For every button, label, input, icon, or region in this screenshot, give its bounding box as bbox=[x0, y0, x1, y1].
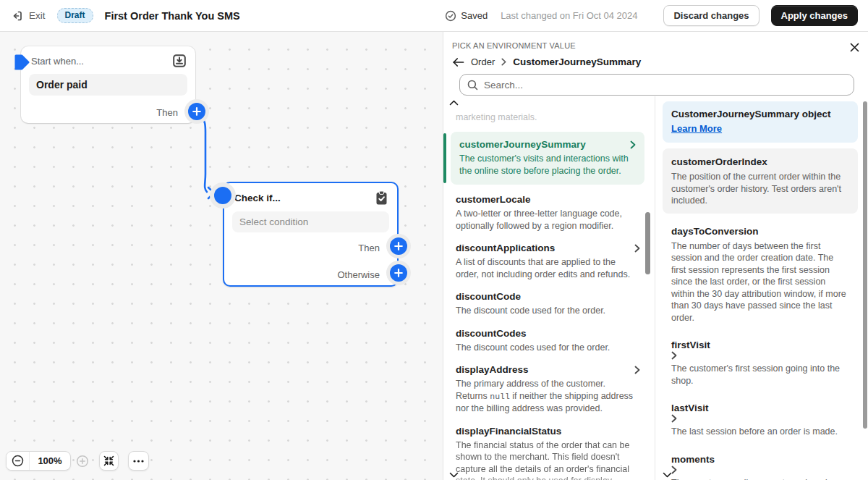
item-name: displayFinancialStatus bbox=[456, 426, 561, 437]
object-field-item[interactable]: daysToConversionThe number of days betwe… bbox=[663, 218, 858, 331]
start-marker-icon bbox=[14, 54, 30, 70]
env-value-item[interactable]: discountCodeThe discount code used for t… bbox=[456, 291, 640, 317]
add-otherwise-branch-button[interactable] bbox=[390, 264, 407, 282]
saved-label: Saved bbox=[461, 10, 488, 21]
trigger-import-icon bbox=[172, 54, 187, 68]
scroll-down-icon[interactable] bbox=[663, 472, 672, 478]
item-description: The primary address of the customer. Ret… bbox=[456, 378, 638, 415]
item-description: The position of the current order within… bbox=[671, 171, 849, 207]
item-description: The events preceding a customer's order,… bbox=[671, 477, 849, 480]
item-name: lastVisit bbox=[671, 403, 709, 413]
env-value-list-column: marketing materials. customerJourneySumm… bbox=[443, 96, 655, 480]
close-panel-button[interactable] bbox=[846, 39, 862, 55]
detail-scrollbar[interactable] bbox=[863, 101, 867, 429]
object-title: CustomerJourneySummary object bbox=[671, 109, 849, 119]
item-name: discountCode bbox=[456, 291, 521, 302]
chevron-right-icon bbox=[501, 58, 506, 66]
env-value-item[interactable]: displayAddressThe primary address of the… bbox=[456, 364, 640, 415]
exit-button[interactable]: Exit bbox=[10, 9, 46, 22]
env-value-item[interactable]: discountCodesThe discount codes used for… bbox=[456, 328, 640, 354]
item-name: discountCodes bbox=[456, 328, 527, 339]
item-description: The number of days between the first ses… bbox=[671, 240, 849, 324]
chevron-right-icon bbox=[634, 244, 640, 253]
item-description: The discount code used for the order. bbox=[456, 305, 638, 317]
back-arrow-icon[interactable] bbox=[452, 57, 464, 67]
breadcrumb: Order CustomerJourneySummary bbox=[452, 56, 858, 67]
object-info-card: CustomerJourneySummary object Learn More bbox=[663, 101, 858, 143]
item-description: A two-letter or three-letter language co… bbox=[456, 208, 638, 232]
saved-status: Saved bbox=[445, 10, 488, 22]
item-name: moments bbox=[671, 454, 715, 465]
object-field-list: customerOrderIndexThe position of the cu… bbox=[655, 148, 868, 480]
item-name: daysToConversion bbox=[671, 226, 759, 237]
item-description: The customer's first session going into … bbox=[671, 363, 849, 387]
breadcrumb-current: CustomerJourneySummary bbox=[513, 56, 641, 67]
env-value-item[interactable]: displayFinancialStatusThe financial stat… bbox=[456, 426, 640, 480]
item-name: discountApplications bbox=[456, 243, 555, 253]
breadcrumb-parent[interactable]: Order bbox=[471, 56, 495, 67]
workflow-canvas[interactable]: Start when... Order paid Then Check if..… bbox=[0, 32, 443, 480]
chevron-right-icon bbox=[634, 366, 640, 374]
env-value-item[interactable]: discountApplicationsA list of discounts … bbox=[456, 243, 640, 280]
otherwise-branch-label: Otherwise bbox=[337, 269, 380, 280]
exit-label: Exit bbox=[29, 10, 46, 21]
then-branch-label: Then bbox=[358, 243, 380, 253]
discard-changes-button[interactable]: Discard changes bbox=[663, 5, 759, 26]
item-description: A list of discounts that are applied to … bbox=[456, 256, 638, 280]
top-bar: Exit Draft First Order Thank You SMS Sav… bbox=[0, 0, 868, 32]
learn-more-link[interactable]: Learn More bbox=[671, 123, 722, 134]
canvas-toolbar: 100% bbox=[6, 451, 149, 471]
chevron-right-icon bbox=[671, 466, 849, 474]
zoom-in-button[interactable] bbox=[76, 455, 89, 468]
scroll-up-icon[interactable] bbox=[449, 100, 459, 106]
clipboard-check-icon bbox=[375, 190, 388, 206]
start-trigger-node[interactable]: Start when... Order paid Then bbox=[21, 46, 195, 123]
check-circle-icon bbox=[445, 10, 456, 22]
env-value-item[interactable]: customerLocaleA two-letter or three-lett… bbox=[456, 194, 640, 232]
environment-value-panel: PICK AN ENVIRONMENT VALUE Order Customer… bbox=[443, 32, 868, 480]
item-name: customerLocale bbox=[456, 194, 531, 205]
trigger-value[interactable]: Order paid bbox=[29, 74, 187, 96]
add-then-action-button[interactable] bbox=[188, 103, 205, 120]
item-description: The customer's visits and interactions w… bbox=[459, 153, 636, 177]
item-name: customerOrderIndex bbox=[671, 156, 767, 167]
item-name: displayAddress bbox=[456, 364, 529, 375]
condition-node-header: Check if... bbox=[234, 193, 281, 203]
add-then-branch-button[interactable] bbox=[390, 237, 407, 255]
truncated-item-text: marketing materials. bbox=[456, 111, 640, 123]
object-field-item[interactable]: firstVisitThe customer's first session g… bbox=[663, 332, 858, 393]
env-value-item[interactable]: customerJourneySummaryThe customer's vis… bbox=[451, 132, 644, 185]
zoom-level-value: 100% bbox=[30, 455, 70, 466]
scroll-down-icon[interactable] bbox=[449, 472, 459, 478]
list-scrollbar[interactable] bbox=[645, 212, 650, 274]
condition-node[interactable]: Check if... Select condition Then Otherw… bbox=[223, 182, 399, 287]
env-value-list: customerJourneySummaryThe customer's vis… bbox=[443, 132, 655, 480]
search-icon bbox=[467, 80, 478, 90]
object-field-item[interactable]: lastVisitThe last session before an orde… bbox=[663, 395, 858, 445]
object-field-item[interactable]: momentsThe events preceding a customer's… bbox=[663, 446, 858, 480]
item-description: The discount codes used for the order. bbox=[456, 342, 638, 354]
object-detail-column: CustomerJourneySummary object Learn More… bbox=[655, 96, 868, 480]
condition-select-field[interactable]: Select condition bbox=[232, 211, 389, 232]
fit-to-screen-button[interactable] bbox=[99, 451, 119, 471]
then-label: Then bbox=[156, 107, 178, 118]
start-node-header: Start when... bbox=[31, 56, 84, 67]
apply-changes-button[interactable]: Apply changes bbox=[771, 5, 858, 26]
chevron-right-icon bbox=[671, 414, 849, 423]
item-description: The financial status of the order that c… bbox=[456, 439, 638, 480]
status-badge: Draft bbox=[57, 8, 93, 23]
item-name: firstVisit bbox=[671, 340, 710, 350]
condition-input-port[interactable] bbox=[214, 187, 231, 204]
chevron-right-icon bbox=[630, 140, 636, 149]
page-title: First Order Thank You SMS bbox=[105, 10, 240, 22]
more-options-button[interactable] bbox=[128, 451, 149, 471]
item-name: customerJourneySummary bbox=[459, 139, 586, 150]
zoom-out-button[interactable] bbox=[7, 452, 30, 470]
item-description: The last session before an order is made… bbox=[671, 426, 849, 438]
panel-title: PICK AN ENVIRONMENT VALUE bbox=[452, 41, 858, 50]
object-field-item[interactable]: customerOrderIndexThe position of the cu… bbox=[663, 148, 858, 214]
search-box[interactable] bbox=[459, 74, 854, 96]
last-changed-text: Last changed on Fri Oct 04 2024 bbox=[501, 10, 637, 21]
exit-icon bbox=[10, 9, 23, 22]
search-input[interactable] bbox=[484, 80, 846, 90]
